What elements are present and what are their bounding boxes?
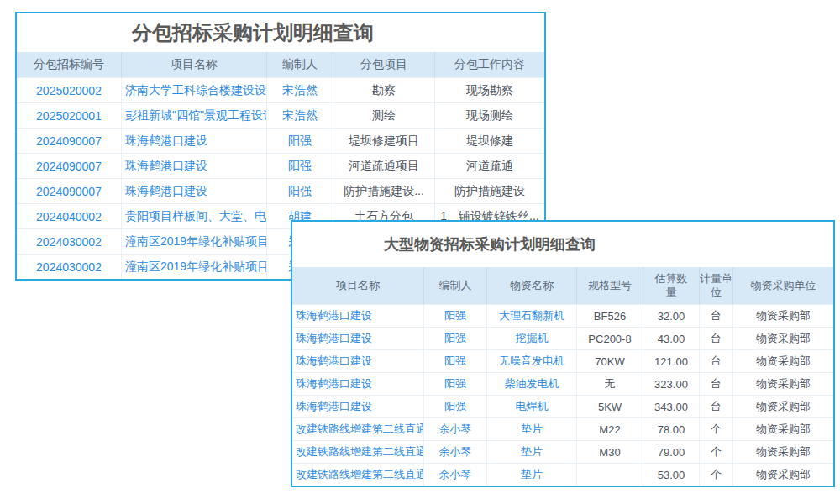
table-row: 改建铁路线增建第二线直通 余小琴 垫片 M30 79.00 个 物资采购部	[292, 440, 833, 463]
cell-editor[interactable]: 阳强	[424, 305, 487, 327]
cell-editor[interactable]: 阳强	[424, 328, 487, 349]
cell-purchase-dept: 物资采购部	[733, 328, 833, 349]
cell-estimated-qty: 78.00	[643, 418, 700, 440]
cell-editor[interactable]: 阳强	[267, 154, 333, 178]
cell-work-content: 堤坝修建	[435, 129, 544, 153]
cell-project-name[interactable]: 珠海鹤港口建设	[122, 179, 267, 203]
cell-work-content: 河道疏通	[435, 154, 544, 178]
cell-bid-number[interactable]: 2024090007	[17, 154, 122, 178]
cell-estimated-qty: 121.00	[643, 350, 700, 372]
cell-unit: 台	[700, 328, 733, 349]
cell-purchase-dept: 物资采购部	[733, 350, 833, 372]
cell-editor[interactable]: 阳强	[424, 373, 487, 395]
cell-subcontract-item: 测绘	[333, 103, 435, 128]
cell-bid-number[interactable]: 2024030002	[17, 229, 122, 254]
cell-unit: 台	[700, 373, 733, 395]
cell-work-content: 防护措施建设	[435, 179, 544, 203]
cell-project-name[interactable]: 潼南区2019年绿化补贴项目	[122, 229, 267, 254]
cell-project-name[interactable]: 珠海鹤港口建设	[122, 129, 267, 153]
table-row: 2024090007 珠海鹤港口建设 阳强 河道疏通项目 河道疏通	[17, 153, 544, 178]
cell-project-name[interactable]: 彭祖新城"四馆"景观工程设计	[122, 103, 267, 128]
cell-material-name[interactable]: 垫片	[487, 418, 577, 440]
cell-editor[interactable]: 阳强	[424, 396, 487, 417]
table-row: 改建铁路线增建第二线直通 余小琴 垫片 M22 78.00 个 物资采购部	[292, 417, 833, 440]
cell-project-name[interactable]: 珠海鹤港口建设	[292, 328, 424, 349]
cell-bid-number[interactable]: 2024040002	[17, 204, 122, 228]
cell-editor[interactable]: 余小琴	[424, 418, 487, 440]
cell-editor[interactable]: 阳强	[424, 350, 487, 372]
cell-editor[interactable]: 阳强	[267, 129, 333, 153]
cell-work-content: 现场测绘	[435, 103, 544, 128]
cell-bid-number[interactable]: 2024090007	[17, 179, 122, 203]
cell-material-name[interactable]: 垫片	[487, 441, 577, 463]
cell-editor[interactable]: 宋浩然	[267, 78, 333, 102]
cell-editor[interactable]: 余小琴	[424, 441, 487, 463]
cell-material-name[interactable]: 无噪音发电机	[487, 350, 577, 372]
cell-material-name[interactable]: 大理石翻新机	[487, 305, 577, 327]
cell-estimated-qty: 323.00	[643, 373, 700, 395]
cell-project-name[interactable]: 潼南区2019年绿化补贴项目	[122, 255, 267, 279]
cell-bid-number[interactable]: 2024030002	[17, 255, 122, 279]
cell-estimated-qty: 79.00	[643, 441, 700, 463]
table-row: 珠海鹤港口建设 阳强 电焊机 5KW 343.00 台 物资采购部	[292, 395, 833, 417]
cell-project-name[interactable]: 珠海鹤港口建设	[292, 350, 424, 372]
cell-subcontract-item: 防护措施建设...	[333, 179, 435, 203]
cell-purchase-dept: 物资采购部	[733, 441, 833, 463]
table-row: 2025020002 济南大学工科综合楼建设设计 宋浩然 勘察 现场勘察	[17, 77, 544, 102]
cell-editor[interactable]: 余小琴	[424, 464, 487, 486]
cell-estimated-qty: 53.00	[643, 464, 700, 486]
column-header-material-name: 物资名称	[487, 267, 577, 304]
cell-unit: 台	[700, 305, 733, 327]
cell-bid-number[interactable]: 2024090007	[17, 129, 122, 153]
subcontract-panel-title: 分包招标采购计划明细查询	[17, 13, 544, 52]
cell-project-name[interactable]: 改建铁路线增建第二线直通	[292, 418, 424, 440]
cell-project-name[interactable]: 珠海鹤港口建设	[292, 373, 424, 395]
table-row: 珠海鹤港口建设 阳强 柴油发电机 无 323.00 台 物资采购部	[292, 372, 833, 395]
column-header-subcontract-item: 分包项目	[333, 52, 435, 77]
cell-material-name[interactable]: 柴油发电机	[487, 373, 577, 395]
table-row: 2024090007 珠海鹤港口建设 阳强 防护措施建设... 防护措施建设	[17, 178, 544, 203]
table-row: 珠海鹤港口建设 阳强 大理石翻新机 BF526 32.00 台 物资采购部	[292, 304, 833, 327]
cell-spec-model: 无	[577, 373, 643, 395]
cell-unit: 个	[700, 464, 733, 486]
column-header-unit: 计量单位	[700, 267, 733, 304]
cell-spec-model: M22	[577, 418, 643, 440]
cell-project-name[interactable]: 珠海鹤港口建设	[292, 305, 424, 327]
cell-purchase-dept: 物资采购部	[733, 373, 833, 395]
table-row: 珠海鹤港口建设 阳强 挖掘机 PC200-8 43.00 台 物资采购部	[292, 327, 833, 349]
column-header-work-content: 分包工作内容	[435, 52, 544, 77]
cell-editor[interactable]: 阳强	[267, 179, 333, 203]
table-row: 2024090007 珠海鹤港口建设 阳强 堤坝修建项目 堤坝修建	[17, 128, 544, 153]
cell-project-name[interactable]: 济南大学工科综合楼建设设计	[122, 78, 267, 102]
column-header-editor: 编制人	[424, 267, 487, 304]
cell-subcontract-item: 堤坝修建项目	[333, 129, 435, 153]
cell-unit: 个	[700, 441, 733, 463]
cell-project-name[interactable]: 改建铁路线增建第二线直通	[292, 441, 424, 463]
cell-project-name[interactable]: 珠海鹤港口建设	[292, 396, 424, 417]
cell-purchase-dept: 物资采购部	[733, 396, 833, 417]
cell-spec-model: 70KW	[577, 350, 643, 372]
cell-purchase-dept: 物资采购部	[733, 418, 833, 440]
cell-purchase-dept: 物资采购部	[733, 464, 833, 486]
cell-spec-model: 5KW	[577, 396, 643, 417]
table-row: 珠海鹤港口建设 阳强 无噪音发电机 70KW 121.00 台 物资采购部	[292, 349, 833, 372]
column-header-project-name: 项目名称	[122, 52, 267, 77]
column-header-estimated-qty: 估算数量	[643, 267, 700, 304]
column-header-spec-model: 规格型号	[577, 267, 643, 304]
cell-project-name[interactable]: 珠海鹤港口建设	[122, 154, 267, 178]
cell-unit: 台	[700, 396, 733, 417]
cell-material-name[interactable]: 挖掘机	[487, 328, 577, 349]
cell-project-name[interactable]: 改建铁路线增建第二线直通	[292, 464, 424, 486]
cell-bid-number[interactable]: 2025020002	[17, 78, 122, 102]
cell-editor[interactable]: 宋浩然	[267, 103, 333, 128]
cell-project-name[interactable]: 贵阳项目样板间、大堂、电梯	[122, 204, 267, 228]
cell-spec-model	[577, 464, 643, 486]
cell-material-name[interactable]: 电焊机	[487, 396, 577, 417]
column-header-editor: 编制人	[267, 52, 333, 77]
column-header-purchase-dept: 物资采购单位	[733, 267, 833, 304]
column-header-bid-number: 分包招标编号	[17, 52, 122, 77]
cell-material-name[interactable]: 垫片	[487, 464, 577, 486]
cell-estimated-qty: 32.00	[643, 305, 700, 327]
cell-spec-model: M30	[577, 441, 643, 463]
cell-bid-number[interactable]: 2025020001	[17, 103, 122, 128]
